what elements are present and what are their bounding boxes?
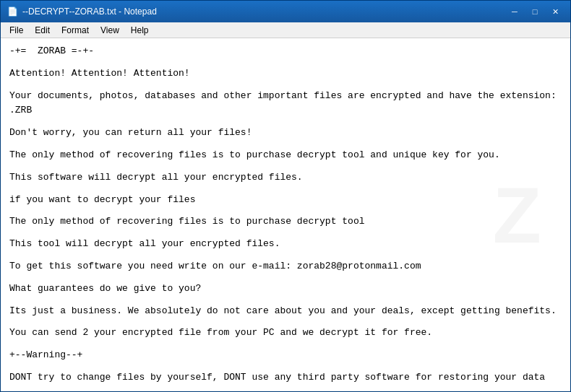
text-line [9,230,562,237]
text-line [9,186,562,193]
text-line: To get this software you need write on o… [9,259,562,274]
minimize-button[interactable]: ─ [505,4,524,19]
text-line: -+= ZORAB =-+- [9,44,562,59]
maximize-button[interactable]: □ [525,4,544,19]
title-bar: 📄 --DECRYPT--ZORAB.txt - Notepad ─ □ ✕ [1,1,570,22]
text-line [9,118,562,126]
text-line: Don't worry, you can return all your fil… [9,126,562,141]
menu-bar: File Edit Format View Help [1,22,570,38]
text-line: Attention! Attention! Attention! [9,66,562,82]
app-icon: 📄 [7,6,18,17]
text-line [9,252,562,259]
text-line [9,341,562,348]
text-content: -+= ZORAB =-+- Attention! Attention! Att… [9,44,562,391]
text-line: Its just a business. We absolutely do no… [9,304,562,319]
text-line: You can send 2 your encrypted file from … [9,326,562,341]
text-line: This software will decrypt all your encr… [9,170,562,186]
text-line [9,59,562,66]
close-button[interactable]: ✕ [546,4,564,19]
text-line [9,297,562,304]
menu-file[interactable]: File [4,24,29,37]
text-line: The only method of recovering files is t… [9,214,562,230]
menu-format[interactable]: Format [56,24,95,37]
text-line: +--Warning--+ [9,348,562,363]
text-line: Your documents, photos, databases and ot… [9,89,562,119]
text-line [9,386,562,391]
text-line [9,363,562,370]
text-content-area[interactable]: Z -+= ZORAB =-+- Attention! Attention! A… [1,38,570,391]
menu-help[interactable]: Help [125,24,155,37]
text-line [9,82,562,89]
menu-view[interactable]: View [95,24,125,37]
notepad-window: 📄 --DECRYPT--ZORAB.txt - Notepad ─ □ ✕ F… [0,0,571,392]
text-line: What guarantees do we give to you? [9,282,562,297]
text-line [9,318,562,326]
text-line: DONT try to change files by yourself, DO… [9,370,562,386]
text-line: This tool will decrypt all your encrypte… [9,237,562,252]
text-line [9,207,562,214]
text-line: if you want to decrypt your files [9,193,562,208]
text-line [9,141,562,148]
text-line [9,274,562,282]
text-line: The only method of recovering files is t… [9,148,562,163]
window-controls: ─ □ ✕ [505,4,564,19]
window-title: --DECRYPT--ZORAB.txt - Notepad [22,6,505,17]
text-line [9,163,562,170]
menu-edit[interactable]: Edit [29,24,56,37]
